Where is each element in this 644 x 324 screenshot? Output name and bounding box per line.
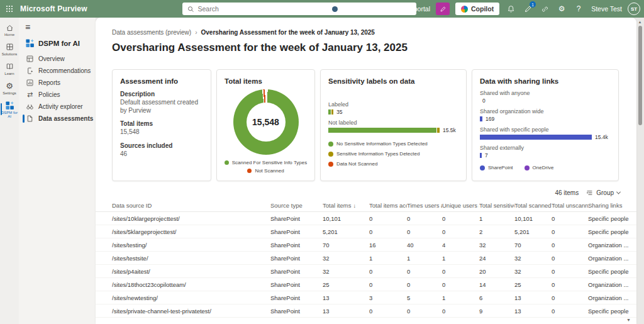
table-cell: 13 — [514, 294, 552, 301]
legend-label: OneDrive — [533, 165, 554, 170]
sensitivity-title: Sensitivity labels on data — [328, 77, 458, 85]
column-header-total-unscanned[interactable]: Total unscanned ... — [552, 202, 588, 209]
table-cell: 1 — [369, 255, 407, 262]
table-header-row: Data source IDSource typeTotal items↓Tot… — [96, 199, 636, 212]
column-header-label: Total items acces... — [369, 202, 407, 209]
info-field-label: Total items — [120, 120, 203, 127]
table-cell: 0 — [407, 268, 442, 275]
home-icon — [6, 23, 14, 32]
table-toolbar: 46 items Group — [96, 181, 636, 199]
table-row[interactable]: /sites/testsite/SharePoint3211124320Orga… — [96, 252, 636, 265]
sidebar-item-reports[interactable]: Reports — [19, 77, 96, 89]
bar-group-label: Not labeled — [328, 120, 458, 126]
column-header-total-sensitive-ite[interactable]: Total sensitive ite... — [479, 202, 514, 209]
table-row[interactable]: /sites/testing/SharePoint701640432700Org… — [96, 238, 636, 252]
legend-dot-icon — [225, 160, 229, 165]
table-row[interactable]: /sites/10klargeprojecttest/SharePoint10,… — [96, 212, 636, 225]
group-button[interactable]: Group — [586, 189, 620, 196]
copilot-button[interactable]: Copilot — [455, 3, 499, 15]
breadcrumb-parent-link[interactable]: Data assessments (preview) — [112, 29, 191, 36]
column-header-sharing-links[interactable]: Sharing links — [588, 202, 636, 209]
page-scrollbar: ▲ — [637, 19, 643, 323]
app-launcher-waffle-icon[interactable] — [0, 0, 19, 18]
table-cell: 0 — [552, 268, 588, 275]
column-header-source-type[interactable]: Source type — [270, 202, 323, 209]
bar-value: 15.5k — [443, 127, 456, 133]
rail-item-learn[interactable]: Learn — [0, 59, 19, 79]
sidebar-item-recommendations[interactable]: Recommendations — [19, 65, 96, 77]
table-cell: 1 — [479, 215, 514, 222]
table-cell: SharePoint — [270, 294, 323, 301]
table-cell: Specific people — [588, 308, 636, 315]
sidebar-title: DSPM for AI — [38, 40, 80, 47]
table-cell: 0 — [407, 281, 442, 288]
info-field-value: 46 — [120, 150, 203, 159]
new-portal-toggle[interactable] — [322, 5, 339, 13]
info-field-value: 15,548 — [120, 128, 203, 137]
sidebar-item-overview[interactable]: Overview — [19, 53, 96, 65]
column-header-unique-users-acc[interactable]: Unique users acc... — [442, 202, 479, 209]
legend-label: SharePoint — [488, 165, 513, 170]
secondary-sidebar: ≡ DSPM for AI OverviewRecommendationsRep… — [19, 18, 96, 324]
help-icon[interactable]: ? — [573, 3, 584, 14]
column-header-label: Total items — [323, 202, 351, 209]
table-cell: /sites/testing/ — [112, 242, 270, 249]
sidebar-item-policies[interactable]: ⇄Policies — [19, 89, 96, 101]
copilot-pen-button[interactable] — [436, 3, 450, 15]
app-body: HomeSolutionsLearn⚙SettingsDSPM for AI ≡… — [0, 18, 644, 324]
table-cell: 4 — [442, 242, 479, 249]
table-row[interactable]: /sites/newtesting/SharePoint133516130Org… — [96, 291, 636, 304]
rail-item-solutions[interactable]: Solutions — [0, 40, 19, 59]
column-header-total-items[interactable]: Total items↓ — [323, 202, 369, 209]
settings-gear-icon[interactable]: ⚙ — [556, 3, 567, 14]
column-header-total-items-acces[interactable]: Total items acces... — [369, 202, 407, 209]
column-header-times-users-acce[interactable]: Times users acce... — [407, 202, 442, 209]
notifications-bell-icon[interactable] — [505, 3, 516, 14]
table-cell: 16 — [369, 242, 407, 249]
table-row[interactable]: /sites/5klargeprojecttest/SharePoint5,20… — [96, 225, 636, 238]
table-scroll-down-icon[interactable]: ▼ — [626, 318, 631, 322]
page-title: Oversharing Assessment for the week of J… — [96, 36, 636, 54]
left-rail: HomeSolutionsLearn⚙SettingsDSPM for AI — [0, 18, 19, 324]
rail-item-label: Learn — [4, 72, 14, 76]
user-avatar[interactable]: ST — [628, 3, 640, 15]
table-cell: 0 — [442, 281, 479, 288]
table-cell: SharePoint — [270, 242, 323, 249]
table-row[interactable]: /sites/p4aitest/SharePoint3200020320Spec… — [96, 265, 636, 278]
table-cell: 1 — [442, 255, 479, 262]
rail-item-home[interactable]: Home — [0, 20, 19, 40]
legend-item-not-scanned: Not Scanned — [247, 168, 284, 174]
sidebar-item-data-assessments[interactable]: Data assessmentsPreview — [19, 113, 96, 125]
sidebar-item-label: Overview — [38, 55, 65, 62]
bar-row: 35 — [328, 109, 458, 115]
table-cell: 0 — [442, 308, 479, 315]
table-cell: 9 — [479, 308, 514, 315]
sidebar-item-activity-explorer[interactable]: Activity explorer — [19, 101, 96, 113]
link-icon[interactable] — [539, 3, 550, 14]
table-cell: 24 — [479, 255, 514, 262]
column-header-data-source-id[interactable]: Data source ID — [112, 202, 270, 209]
sidebar-collapse-hamburger-icon[interactable]: ≡ — [19, 21, 96, 35]
app-title: Microsoft Purview — [20, 4, 87, 13]
rail-item-settings[interactable]: ⚙Settings — [0, 79, 19, 98]
table-cell: /sites/testsite/ — [112, 255, 270, 262]
table-cell: 0 — [369, 215, 407, 222]
table-cell: 0 — [442, 228, 479, 235]
table-cell: 1 — [407, 255, 442, 262]
table-cell: 5,201 — [323, 228, 369, 235]
legend-item-sharepoint: SharePoint — [480, 165, 513, 170]
sharing-links-card: Data with sharing links Shared with anyo… — [472, 69, 619, 181]
table-row[interactable]: /sites/18thoct23copilotteam/SharePoint25… — [96, 278, 636, 291]
table-row[interactable]: /sites/private-channel-test-privatetest/… — [96, 304, 636, 318]
column-header-total-scanned-ite[interactable]: Total scanned ite... — [514, 202, 552, 209]
pen-icon — [440, 6, 447, 13]
bar-value: 169 — [486, 116, 494, 122]
scrollbar-up-icon[interactable]: ▲ — [638, 19, 642, 26]
bar-row: 15.4k — [480, 135, 611, 140]
table-cell: 2 — [479, 228, 514, 235]
scrollbar-thumb[interactable] — [638, 26, 642, 125]
table-cell: 0 — [552, 228, 588, 235]
feedback-icon[interactable]: 1 — [522, 3, 533, 14]
rail-item-dspm-for-ai[interactable]: DSPM for AI — [0, 98, 19, 122]
bar-segment — [480, 153, 482, 158]
